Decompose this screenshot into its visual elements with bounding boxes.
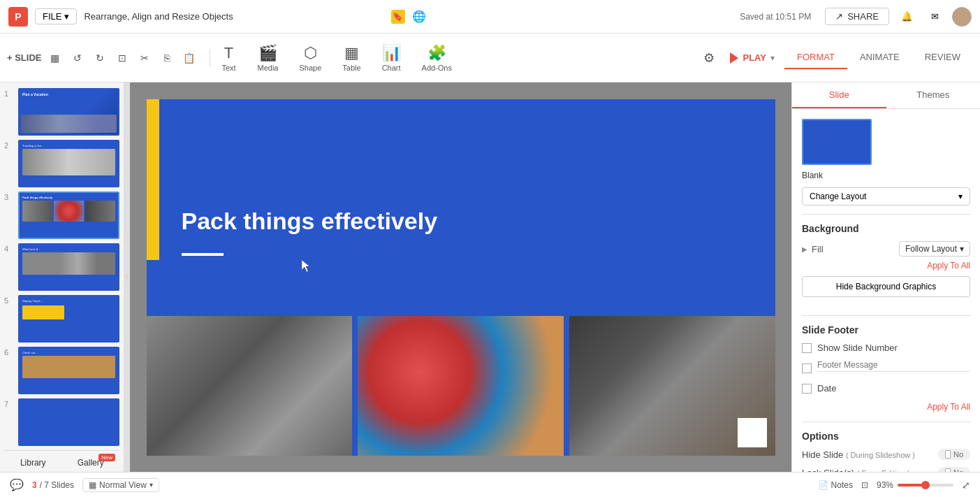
doc-title: Rearrange, Align and Resize Objects <box>84 11 383 22</box>
toolbar-chart[interactable]: 📊 Chart <box>372 41 411 75</box>
layout-name: Blank <box>802 171 970 180</box>
gallery-tab[interactable]: Gallery New <box>62 455 120 470</box>
shape-icon: ⬡ <box>304 44 317 62</box>
tab-slide[interactable]: Slide <box>792 82 886 108</box>
zoom-thumb <box>921 481 930 489</box>
slide-thumb-4[interactable]: 4 What kind of... <box>4 243 119 291</box>
toolbar-table[interactable]: ▦ Table <box>332 41 370 75</box>
white-box <box>738 418 767 447</box>
play-button[interactable]: PLAY ▾ <box>722 48 782 68</box>
shape-label: Shape <box>299 64 321 72</box>
notifications-button[interactable]: 🔔 <box>896 6 917 27</box>
slide-images-row <box>147 316 775 456</box>
hide-slide-toggle[interactable]: No <box>938 449 970 460</box>
settings-button[interactable]: ⚙ <box>698 47 720 69</box>
slide-preview-1: Plan a Vacation <box>18 88 119 136</box>
share-button[interactable]: ↗ SHARE <box>825 8 889 25</box>
show-slide-number-label: Show Slide Number <box>817 343 898 353</box>
toolbar-media[interactable]: 🎬 Media <box>248 41 288 75</box>
date-label: Date <box>817 383 836 394</box>
slide-thumb-7[interactable]: 7 <box>4 398 119 446</box>
notes-button[interactable]: 📄 Notes <box>818 480 853 490</box>
toggle-pause-icon-2 <box>945 468 951 472</box>
slide-title: Pack things effectively <box>182 208 438 235</box>
date-checkbox[interactable] <box>802 384 812 394</box>
bookmark-icon: 🔖 <box>391 10 405 24</box>
addons-label: Add-Ons <box>422 64 452 72</box>
toolbar-shape[interactable]: ⬡ Shape <box>289 41 331 75</box>
resize-handle[interactable]: ⋮ <box>124 82 130 472</box>
main-layout: 1 Plan a Vacation 2 Traveling is the... <box>0 82 980 472</box>
slide-thumb-6[interactable]: 6 Check out... <box>4 347 119 394</box>
apply-all-background[interactable]: Apply To All <box>802 261 970 271</box>
slide-preview-5: Staying Travel... <box>18 295 119 343</box>
change-layout-button[interactable]: Change Layout ▾ <box>802 187 970 206</box>
slide-preview-7 <box>18 398 119 446</box>
redo-button[interactable]: ↻ <box>91 49 109 67</box>
cut-button[interactable]: ✂ <box>136 49 154 67</box>
library-tab[interactable]: Library <box>4 455 62 470</box>
zoom-value: 93% <box>877 480 893 490</box>
toolbar-text[interactable]: T Text <box>212 41 247 75</box>
divider-2 <box>802 315 970 316</box>
slide-canvas[interactable]: Pack things effectively <box>147 99 775 456</box>
slide-image-1 <box>147 316 353 456</box>
slide-thumb-1[interactable]: 1 Plan a Vacation <box>4 88 119 136</box>
show-slide-number-checkbox[interactable] <box>802 343 812 353</box>
chart-icon: 📊 <box>382 44 401 62</box>
layout-icon: ⊡ <box>861 480 868 490</box>
play-label: PLAY <box>743 52 766 63</box>
media-label: Media <box>258 64 279 72</box>
notes-icon: 📄 <box>818 480 828 490</box>
toggle-pause-icon <box>945 450 951 459</box>
footer-message-checkbox[interactable] <box>802 363 812 373</box>
view-mode-selector[interactable]: ▦ Normal View ▾ <box>82 478 159 492</box>
copy-button[interactable]: ⎘ <box>158 49 176 67</box>
divider-1 <box>802 214 970 215</box>
slide-controls-group: + SLIDE ▦ ↺ ↻ ⊡ ✂ ⎘ 📋 <box>7 49 210 67</box>
hide-slide-row: Hide Slide ( During Slideshow ) No <box>802 449 970 460</box>
chart-label: Chart <box>382 64 401 72</box>
right-panel-content: Blank Change Layout ▾ Background ▶ Fill … <box>792 109 980 472</box>
slide-thumb-5[interactable]: 5 Staying Travel... <box>4 295 119 343</box>
bottom-bar: 💬 3 / 7 Slides ▦ Normal View ▾ 📄 Notes ⊡… <box>0 472 980 497</box>
tab-themes[interactable]: Themes <box>886 82 981 108</box>
footer-message-input[interactable] <box>817 359 970 372</box>
slide-image-2 <box>358 316 564 456</box>
canvas-area: Pack things effectively <box>130 82 791 472</box>
toolbar-addons[interactable]: 🧩 Add-Ons <box>412 41 462 75</box>
file-button[interactable]: FILE ▾ <box>35 8 77 24</box>
avatar <box>952 7 972 27</box>
hide-background-button[interactable]: Hide Background Graphics <box>802 276 970 297</box>
slide-preview-4: What kind of... <box>18 243 119 291</box>
apply-all-footer[interactable]: Apply To All <box>802 402 970 412</box>
mail-button[interactable]: ✉ <box>924 6 945 27</box>
tab-format[interactable]: FORMAT <box>784 46 847 69</box>
slide-panel: 1 Plan a Vacation 2 Traveling is the... <box>0 82 124 472</box>
footer-section: Slide Footer Show Slide Number Date <box>802 324 970 394</box>
fill-select-dropdown[interactable]: Follow Layout ▾ <box>899 241 970 257</box>
slide-label: + SLIDE <box>7 52 42 63</box>
tab-animate[interactable]: ANIMATE <box>847 46 912 69</box>
footer-title: Slide Footer <box>802 324 970 336</box>
current-slide-number: 3 <box>32 480 37 490</box>
cursor-indicator <box>302 260 310 274</box>
layout-button[interactable]: ▦ <box>46 49 64 67</box>
toolbar: + SLIDE ▦ ↺ ↻ ⊡ ✂ ⎘ 📋 T Text 🎬 Media ⬡ S… <box>0 34 980 82</box>
clone-button[interactable]: ⊡ <box>113 49 131 67</box>
footer-message-row <box>802 359 970 377</box>
zoom-slider[interactable] <box>898 484 953 487</box>
undo-button[interactable]: ↺ <box>68 49 87 67</box>
tab-review[interactable]: REVIEW <box>912 46 973 69</box>
lock-slide-row: Lock Slide(s) ( From Editing ) No <box>802 467 970 472</box>
paste-button[interactable]: 📋 <box>180 49 198 67</box>
slide-thumb-3[interactable]: 3 Pack things effectively <box>4 192 119 239</box>
fit-screen-icon[interactable]: ⤢ <box>962 480 970 491</box>
comment-icon[interactable]: 💬 <box>10 478 24 491</box>
lock-slide-toggle[interactable]: No <box>938 467 970 472</box>
layout-preview <box>802 119 872 165</box>
media-icon: 🎬 <box>258 44 277 62</box>
options-title: Options <box>802 431 970 442</box>
slide-thumb-2[interactable]: 2 Traveling is the... <box>4 140 119 187</box>
text-icon: T <box>224 44 233 62</box>
